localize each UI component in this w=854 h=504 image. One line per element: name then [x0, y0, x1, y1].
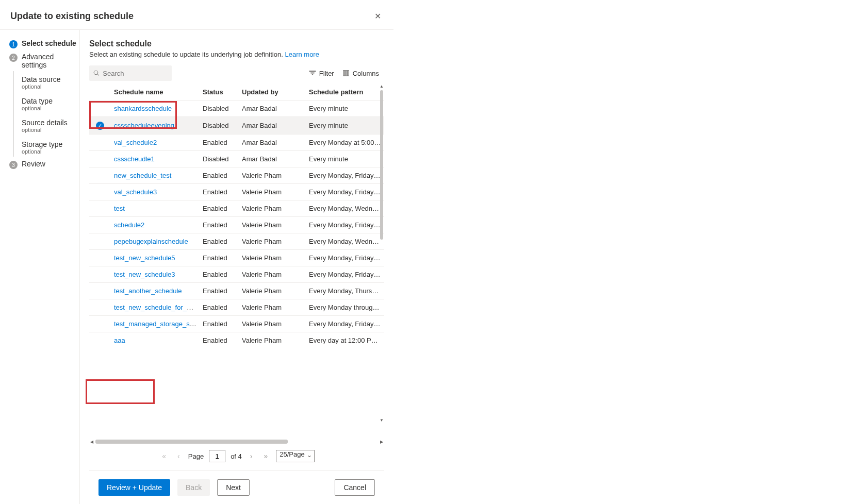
- row-select-cell[interactable]: [89, 134, 111, 150]
- col-status[interactable]: Status: [200, 84, 239, 100]
- row-select-cell[interactable]: [89, 332, 111, 344]
- substep-data-source[interactable]: Data source optional: [22, 73, 77, 95]
- row-select-cell[interactable]: [89, 299, 111, 315]
- row-select-cell[interactable]: [89, 167, 111, 183]
- status-cell: Enabled: [200, 216, 239, 233]
- schedule-name-link[interactable]: cssscheudle1: [114, 155, 155, 163]
- columns-button[interactable]: Columns: [342, 70, 379, 77]
- schedule-name-link[interactable]: test_managed_storage_schedule: [114, 320, 200, 328]
- scroll-up-icon[interactable]: ▲: [379, 84, 384, 89]
- pager-size-select[interactable]: 25/Page: [276, 450, 314, 462]
- updated-by-cell: Valerie Pham: [239, 233, 306, 249]
- step-indicator: 2: [9, 54, 18, 62]
- row-select-cell[interactable]: [89, 150, 111, 167]
- row-select-cell[interactable]: [89, 200, 111, 216]
- table-row[interactable]: test_another_scheduleEnabledValerie Pham…: [89, 282, 384, 299]
- schedule-name-link[interactable]: test_new_schedule5: [114, 254, 175, 262]
- search-input[interactable]: [103, 70, 168, 77]
- status-cell: Enabled: [200, 249, 239, 266]
- pager-page-label: Page: [188, 452, 204, 460]
- schedule-name-link[interactable]: cssscheduleevening: [114, 122, 174, 129]
- status-cell: Enabled: [200, 233, 239, 249]
- table-row[interactable]: schedule2EnabledValerie PhamEvery Monday…: [89, 216, 384, 233]
- pattern-cell: Every Monday, Friday at 7:00: [306, 249, 384, 266]
- row-select-cell[interactable]: [89, 233, 111, 249]
- table-header-row: Schedule name Status Updated by Schedule…: [89, 84, 384, 100]
- page-description: Select an existing schedule to update it…: [89, 51, 384, 58]
- step-select-schedule[interactable]: 1 Select schedule: [9, 39, 77, 48]
- table-toolbar: Filter Columns: [89, 65, 384, 81]
- horizontal-scrollbar[interactable]: ◀ ▶: [89, 439, 384, 445]
- search-box[interactable]: [89, 65, 172, 81]
- table-row[interactable]: cssscheduleeveningDisabledAmar BadalEver…: [89, 117, 384, 135]
- row-select-cell[interactable]: [89, 117, 111, 135]
- table-row[interactable]: val_schedule2EnabledAmar BadalEvery Mond…: [89, 134, 384, 150]
- pattern-cell: Every minute: [306, 150, 384, 167]
- row-select-cell[interactable]: [89, 216, 111, 233]
- table-row[interactable]: test_new_schedule5EnabledValerie PhamEve…: [89, 249, 384, 266]
- scroll-down-icon[interactable]: ▼: [379, 418, 384, 423]
- schedule-name-link[interactable]: test_new_schedule_for_manage...: [114, 304, 200, 311]
- table-row[interactable]: testEnabledValerie PhamEvery Monday, Wed…: [89, 200, 384, 216]
- cancel-button[interactable]: Cancel: [335, 479, 375, 496]
- filter-button[interactable]: Filter: [309, 70, 334, 77]
- step-review[interactable]: 3 Review: [9, 160, 77, 169]
- scroll-thumb[interactable]: [380, 90, 383, 240]
- page-title: Select schedule: [89, 39, 384, 48]
- back-button[interactable]: Back: [177, 479, 210, 496]
- schedule-name-link[interactable]: test: [114, 205, 125, 212]
- schedule-name-link[interactable]: shankardsschedule: [114, 105, 172, 112]
- table-row[interactable]: new_schedule_testEnabledValerie PhamEver…: [89, 167, 384, 183]
- row-select-cell[interactable]: [89, 315, 111, 332]
- col-schedule-pattern[interactable]: Schedule pattern: [306, 84, 384, 100]
- table-row[interactable]: test_new_schedule_for_manage...EnabledVa…: [89, 299, 384, 315]
- panel-title: Update to existing schedule: [10, 11, 134, 22]
- search-icon: [93, 70, 100, 77]
- table-row[interactable]: test_new_schedule3EnabledValerie PhamEve…: [89, 266, 384, 282]
- row-select-cell[interactable]: [89, 183, 111, 200]
- row-select-cell[interactable]: [89, 282, 111, 299]
- next-button[interactable]: Next: [217, 479, 250, 496]
- row-select-cell[interactable]: [89, 249, 111, 266]
- pager-next-icon[interactable]: ›: [247, 451, 256, 461]
- learn-more-link[interactable]: Learn more: [285, 51, 319, 58]
- step-indicator: 1: [9, 40, 18, 48]
- substep-storage-type[interactable]: Storage type optional: [22, 138, 77, 160]
- pager-page-input[interactable]: [209, 450, 225, 462]
- status-cell: Enabled: [200, 134, 239, 150]
- row-select-cell[interactable]: [89, 100, 111, 117]
- col-updated-by[interactable]: Updated by: [239, 84, 306, 100]
- table-row[interactable]: pepebugexplainscheduleEnabledValerie Pha…: [89, 233, 384, 249]
- pager-prev-icon[interactable]: ‹: [174, 451, 183, 461]
- close-icon[interactable]: ✕: [372, 9, 383, 23]
- table-row[interactable]: aaaEnabledValerie PhamEvery day at 12:00…: [89, 332, 384, 344]
- table-row[interactable]: cssscheudle1DisabledAmar BadalEvery minu…: [89, 150, 384, 167]
- row-select-cell[interactable]: [89, 266, 111, 282]
- col-schedule-name[interactable]: Schedule name: [111, 84, 200, 100]
- schedule-name-link[interactable]: test_new_schedule3: [114, 271, 175, 278]
- schedule-name-link[interactable]: pepebugexplainschedule: [114, 238, 188, 245]
- schedule-name-link[interactable]: aaa: [114, 337, 125, 344]
- table-row[interactable]: shankardsscheduleDisabledAmar BadalEvery…: [89, 100, 384, 117]
- substep-data-type[interactable]: Data type optional: [22, 95, 77, 116]
- schedule-name-link[interactable]: test_another_schedule: [114, 287, 182, 295]
- scroll-right-icon[interactable]: ▶: [380, 440, 383, 444]
- schedule-name-link[interactable]: new_schedule_test: [114, 172, 171, 179]
- hscroll-thumb[interactable]: [95, 440, 288, 444]
- review-update-button[interactable]: Review + Update: [98, 479, 170, 496]
- schedule-name-link[interactable]: schedule2: [114, 221, 144, 229]
- status-cell: Enabled: [200, 299, 239, 315]
- substep-source-details[interactable]: Source details optional: [22, 116, 77, 138]
- pager-first-icon[interactable]: «: [159, 451, 169, 461]
- step-advanced-settings[interactable]: 2 Advanced settings: [9, 53, 77, 69]
- status-cell: Enabled: [200, 266, 239, 282]
- schedule-name-link[interactable]: val_schedule2: [114, 139, 157, 146]
- schedule-name-link[interactable]: val_schedule3: [114, 188, 157, 196]
- col-select[interactable]: [89, 84, 111, 100]
- vertical-scrollbar[interactable]: ▲ ▼: [379, 84, 384, 423]
- updated-by-cell: Valerie Pham: [239, 167, 306, 183]
- scroll-left-icon[interactable]: ◀: [90, 440, 93, 444]
- pager-last-icon[interactable]: »: [260, 451, 271, 461]
- table-row[interactable]: test_managed_storage_scheduleEnabledVale…: [89, 315, 384, 332]
- table-row[interactable]: val_schedule3EnabledValerie PhamEvery Mo…: [89, 183, 384, 200]
